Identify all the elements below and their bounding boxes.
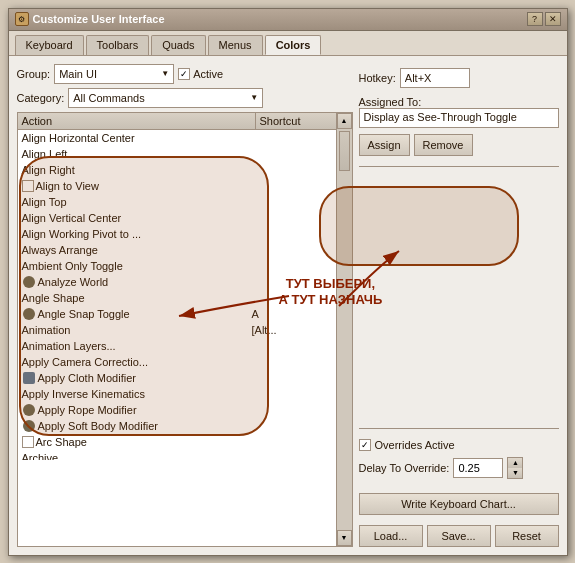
list-item[interactable]: Animation[Alt... xyxy=(18,322,336,338)
list-item[interactable]: Align Vertical Center xyxy=(18,210,336,226)
active-checkbox[interactable]: ✓ xyxy=(178,68,190,80)
close-button[interactable]: ✕ xyxy=(545,12,561,26)
list-item[interactable]: Apply Rope Modifier xyxy=(18,402,336,418)
content-area: Group: Main UI ▼ ✓ Active Category: All … xyxy=(9,56,567,555)
group-dropdown[interactable]: Main UI ▼ xyxy=(54,64,174,84)
list-item[interactable]: Angle Shape xyxy=(18,290,336,306)
title-bar-left: ⚙ Customize User Interface xyxy=(15,12,165,26)
active-checkbox-row: ✓ Active xyxy=(178,68,223,80)
write-keyboard-chart-button[interactable]: Write Keyboard Chart... xyxy=(359,493,559,515)
list-item[interactable]: Analyze World xyxy=(18,274,336,290)
list-item[interactable]: Align Working Pivot to ... xyxy=(18,226,336,242)
title-buttons: ? ✕ xyxy=(527,12,561,26)
list-item[interactable]: Align Left xyxy=(18,146,336,162)
list-header: Action Shortcut xyxy=(18,113,336,130)
category-row: Category: All Commands ▼ xyxy=(17,88,353,108)
list-item[interactable]: Apply Cloth Modifier xyxy=(18,370,336,386)
assign-remove-row: Assign Remove xyxy=(359,134,559,156)
tab-colors[interactable]: Colors xyxy=(265,35,322,55)
save-button[interactable]: Save... xyxy=(427,525,491,547)
list-item[interactable]: Apply Inverse Kinematics xyxy=(18,386,336,402)
list-item[interactable]: Align Right xyxy=(18,162,336,178)
list-item[interactable]: Align to View xyxy=(18,178,336,194)
icon-softbody xyxy=(23,420,35,432)
icon-rope xyxy=(23,404,35,416)
divider1 xyxy=(359,166,559,167)
divider2 xyxy=(359,428,559,429)
title-bar: ⚙ Customize User Interface ? ✕ xyxy=(9,9,567,31)
group-dropdown-arrow: ▼ xyxy=(161,69,169,78)
hotkey-label: Hotkey: xyxy=(359,72,396,84)
assigned-to-display: Display as See-Through Toggle xyxy=(359,108,559,128)
icon-gear xyxy=(23,276,35,288)
assign-button[interactable]: Assign xyxy=(359,134,410,156)
icon-snap xyxy=(23,308,35,320)
action-list-main: Action Shortcut Align Horizontal Center … xyxy=(18,113,336,546)
delay-row: Delay To Override: ▲ ▼ xyxy=(359,457,559,479)
overrides-active-row: ✓ Overrides Active xyxy=(359,439,559,451)
reset-button[interactable]: Reset xyxy=(495,525,559,547)
delay-label: Delay To Override: xyxy=(359,462,450,474)
list-item[interactable]: Apply Camera Correctio... xyxy=(18,354,336,370)
group-row: Group: Main UI ▼ ✓ Active xyxy=(17,64,353,84)
scrollbar[interactable]: ▲ ▼ xyxy=(336,113,352,546)
list-item[interactable]: Animation Layers... xyxy=(18,338,336,354)
list-body[interactable]: Align Horizontal Center Align Left Align… xyxy=(18,130,336,460)
header-shortcut: Shortcut xyxy=(256,113,336,129)
tab-keyboard[interactable]: Keyboard xyxy=(15,35,84,55)
list-item[interactable]: Arc Shape xyxy=(18,434,336,450)
assigned-to-label: Assigned To: xyxy=(359,96,559,108)
list-item[interactable]: Archive xyxy=(18,450,336,460)
main-window: ⚙ Customize User Interface ? ✕ Keyboard … xyxy=(8,8,568,556)
overrides-active-label: Overrides Active xyxy=(375,439,455,451)
left-panel: Group: Main UI ▼ ✓ Active Category: All … xyxy=(17,64,353,547)
scroll-up-button[interactable]: ▲ xyxy=(337,113,352,129)
remove-button[interactable]: Remove xyxy=(414,134,473,156)
group-value: Main UI xyxy=(59,68,97,80)
action-list-container: Action Shortcut Align Horizontal Center … xyxy=(17,112,353,547)
category-dropdown[interactable]: All Commands ▼ xyxy=(68,88,263,108)
category-label: Category: xyxy=(17,92,65,104)
header-action: Action xyxy=(18,113,256,129)
assigned-section: Assigned To: Display as See-Through Togg… xyxy=(359,94,559,128)
scrollbar-thumb[interactable] xyxy=(339,131,350,171)
scroll-down-button[interactable]: ▼ xyxy=(337,530,352,546)
bottom-buttons-row: Load... Save... Reset xyxy=(359,525,559,547)
delay-input[interactable] xyxy=(453,458,503,478)
load-button[interactable]: Load... xyxy=(359,525,423,547)
tab-menus[interactable]: Menus xyxy=(208,35,263,55)
group-label: Group: xyxy=(17,68,51,80)
delay-down-button[interactable]: ▼ xyxy=(508,468,522,478)
list-item[interactable]: Always Arrange xyxy=(18,242,336,258)
category-value: All Commands xyxy=(73,92,145,104)
app-icon: ⚙ xyxy=(15,12,29,26)
list-item[interactable]: Apply Soft Body Modifier xyxy=(18,418,336,434)
list-item[interactable]: Angle Snap ToggleA xyxy=(18,306,336,322)
tab-quads[interactable]: Quads xyxy=(151,35,205,55)
tab-bar: Keyboard Toolbars Quads Menus Colors xyxy=(9,31,567,56)
help-button[interactable]: ? xyxy=(527,12,543,26)
active-label: Active xyxy=(193,68,223,80)
delay-up-button[interactable]: ▲ xyxy=(508,458,522,468)
delay-spinner: ▲ ▼ xyxy=(507,457,523,479)
hotkey-input[interactable] xyxy=(400,68,470,88)
hotkey-row: Hotkey: xyxy=(359,68,559,88)
category-dropdown-arrow: ▼ xyxy=(250,93,258,102)
overrides-active-checkbox[interactable]: ✓ xyxy=(359,439,371,451)
list-item[interactable]: Align Top xyxy=(18,194,336,210)
list-item[interactable]: Align Horizontal Center xyxy=(18,130,336,146)
icon-cloth xyxy=(23,372,35,384)
right-panel: Hotkey: Assigned To: Display as See-Thro… xyxy=(359,64,559,547)
list-item[interactable]: Ambient Only Toggle xyxy=(18,258,336,274)
window-title: Customize User Interface xyxy=(33,13,165,25)
tab-toolbars[interactable]: Toolbars xyxy=(86,35,150,55)
